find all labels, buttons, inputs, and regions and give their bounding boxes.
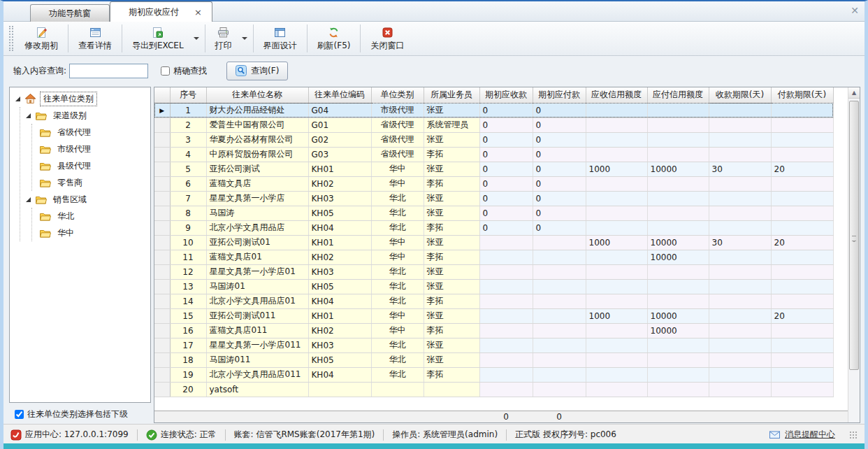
cell-pay_days[interactable] (771, 250, 833, 264)
cell-ap[interactable] (533, 323, 586, 338)
export-excel-button[interactable]: 导出到EXCEL (124, 23, 192, 54)
cell-salesman[interactable]: 张亚 (424, 308, 479, 323)
cell-name[interactable]: 星星文具第一小学店 (206, 191, 308, 206)
cell-recv_days[interactable] (709, 264, 771, 279)
exact-search-checkbox-input[interactable] (161, 66, 170, 76)
cell-pay_days[interactable] (771, 132, 833, 147)
cell-ap_credit[interactable] (647, 338, 709, 352)
cell-ar[interactable] (479, 308, 533, 323)
row-marker[interactable] (154, 235, 170, 250)
grid-column-header[interactable]: 应收信用额度 (586, 87, 647, 103)
row-marker[interactable] (154, 162, 170, 176)
print-button[interactable]: 打印 (207, 23, 240, 54)
cell-code[interactable]: G04 (308, 103, 371, 117)
cell-recv_days[interactable] (709, 117, 771, 132)
dropdown-arrow-icon[interactable] (194, 37, 199, 40)
cell-name[interactable]: 亚拓公司测试01 (206, 235, 308, 250)
cell-code[interactable]: KH03 (308, 338, 371, 352)
cell-ar_credit[interactable] (586, 132, 647, 147)
cell-seq[interactable]: 1 (170, 103, 206, 117)
table-row[interactable]: 12星星文具第一小学店01KH03华北张亚 (154, 264, 833, 279)
cell-seq[interactable]: 5 (170, 162, 206, 176)
dropdown-arrow-icon[interactable] (242, 37, 247, 40)
expander-icon[interactable] (26, 113, 31, 118)
cell-ap[interactable] (533, 338, 586, 352)
grid-header-row[interactable]: 序号往来单位名称往来单位编码单位类别所属业务员期初应收款期初应付款应收信用额度应… (154, 87, 833, 103)
tree-node-label[interactable]: 渠道级别 (50, 109, 89, 122)
cell-ap_credit[interactable] (647, 352, 709, 367)
tree-node-leaf[interactable]: 市级代理 (32, 141, 150, 157)
cell-seq[interactable]: 20 (170, 382, 206, 397)
table-row[interactable]: 16蓝猫文具店011KH02华中李拓10000 (154, 323, 833, 338)
cell-category[interactable] (371, 382, 424, 397)
cell-code[interactable]: KH03 (308, 264, 371, 279)
cell-name[interactable]: 蓝猫文具店011 (206, 323, 308, 338)
grid-column-header[interactable]: 序号 (170, 87, 206, 103)
cell-salesman[interactable]: 张亚 (424, 235, 479, 250)
exact-search-checkbox[interactable]: 精确查找 (161, 65, 207, 77)
cell-category[interactable]: 华北 (371, 279, 424, 294)
cell-ap_credit[interactable] (647, 220, 709, 235)
cell-code[interactable]: KH02 (308, 323, 371, 338)
cell-code[interactable]: KH01 (308, 235, 371, 250)
cell-ap_credit[interactable] (647, 147, 709, 162)
tree-node-leaf[interactable]: 华中 (32, 224, 150, 241)
cell-name[interactable]: 马国涛 (206, 206, 308, 220)
cell-category[interactable]: 华北 (371, 338, 424, 352)
table-row[interactable]: 8马国涛KH05华北张亚00 (154, 206, 833, 220)
cell-ap[interactable] (533, 367, 586, 382)
expander-icon[interactable] (15, 97, 20, 101)
cell-recv_days[interactable]: 30 (709, 162, 771, 176)
close-window-button[interactable]: 关闭窗口 (362, 23, 412, 54)
grid-column-header[interactable]: 期初应收款 (479, 87, 533, 103)
cell-name[interactable]: 北京小学文具用品店011 (206, 367, 308, 382)
cell-ar_credit[interactable] (586, 367, 647, 382)
include-sublevel-checkbox-input[interactable] (15, 410, 24, 419)
cell-recv_days[interactable] (709, 382, 771, 397)
cell-category[interactable]: 华中 (371, 323, 424, 338)
row-marker[interactable] (154, 367, 170, 382)
cell-seq[interactable]: 6 (170, 176, 206, 191)
cell-name[interactable]: 星星文具第一小学店01 (206, 264, 308, 279)
refresh-button[interactable]: 刷新(F5) (309, 23, 359, 54)
row-marker[interactable] (154, 308, 170, 323)
row-marker[interactable] (154, 132, 170, 147)
tree-node-label[interactable]: 华北 (55, 210, 77, 223)
cell-category[interactable]: 华中 (371, 176, 424, 191)
cell-ap_credit[interactable] (647, 132, 709, 147)
cell-code[interactable]: KH05 (308, 352, 371, 367)
cell-pay_days[interactable] (771, 147, 833, 162)
cell-recv_days[interactable] (709, 220, 771, 235)
cell-ap[interactable] (533, 308, 586, 323)
cell-category[interactable]: 省级代理 (371, 147, 424, 162)
cell-salesman[interactable]: 张亚 (424, 132, 479, 147)
cell-seq[interactable]: 10 (170, 235, 206, 250)
cell-ap_credit[interactable] (647, 206, 709, 220)
cell-name[interactable]: 中原科贸股份有限公司 (206, 147, 308, 162)
tree-node-label[interactable]: 零售商 (55, 176, 85, 190)
tree-node-label[interactable]: 省级代理 (55, 126, 94, 139)
grid-column-header[interactable]: 往来单位名称 (206, 87, 308, 103)
tree-node-label[interactable]: 销售区域 (50, 193, 89, 206)
cell-ap[interactable] (533, 352, 586, 367)
cell-salesman[interactable]: 李拓 (424, 367, 479, 382)
tab-nav-panel[interactable]: 功能导航窗 (30, 4, 110, 22)
cell-ap_credit[interactable]: 10000 (647, 235, 709, 250)
grid-column-header[interactable]: 单位类别 (371, 87, 424, 103)
cell-pay_days[interactable] (771, 264, 833, 279)
table-row[interactable]: 6蓝猫文具店KH02华中李拓00 (154, 176, 833, 191)
cell-code[interactable]: KH02 (308, 250, 371, 264)
row-marker[interactable] (154, 191, 170, 206)
table-row[interactable]: 17星星文具第一小学店011KH03华北张亚 (154, 338, 833, 352)
table-row[interactable]: 13马国涛01KH05华北张亚 (154, 279, 833, 294)
cell-ap[interactable] (533, 279, 586, 294)
cell-salesman[interactable]: 张亚 (424, 264, 479, 279)
cell-recv_days[interactable] (709, 323, 771, 338)
cell-ap[interactable]: 0 (533, 147, 586, 162)
window-close-icon[interactable]: ✕ (851, 5, 859, 16)
cell-salesman[interactable]: 张亚 (424, 191, 479, 206)
cell-ar[interactable] (479, 323, 533, 338)
cell-salesman[interactable]: 张亚 (424, 352, 479, 367)
cell-ap_credit[interactable]: 10000 (647, 162, 709, 176)
cell-code[interactable]: KH02 (308, 176, 371, 191)
